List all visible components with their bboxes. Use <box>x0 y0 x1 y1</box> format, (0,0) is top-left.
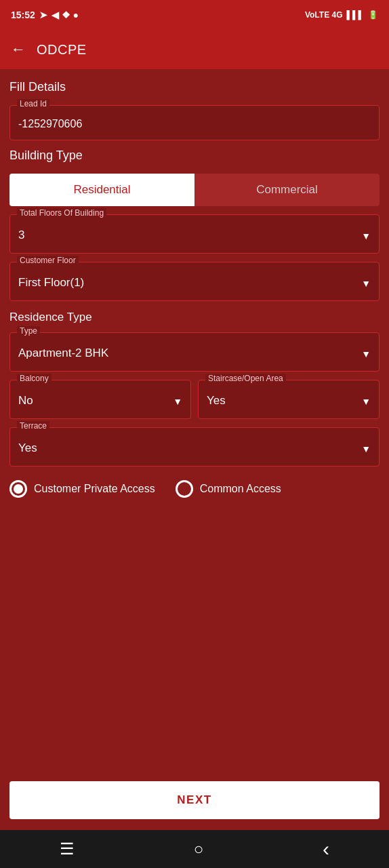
terrace-value: Yes <box>10 428 361 466</box>
total-floors-value: 3 <box>10 215 361 253</box>
customer-floor-value: First Floor(1) <box>10 262 361 300</box>
next-button[interactable]: NEXT <box>9 781 380 819</box>
customer-floor-field[interactable]: Customer Floor First Floor(1) ▼ <box>9 262 380 301</box>
terrace-field[interactable]: Terrace Yes ▼ <box>9 427 380 467</box>
type-field[interactable]: Type Apartment-2 BHK ▼ <box>9 332 380 372</box>
terrace-label: Terrace <box>17 421 49 431</box>
building-type-title: Building Type <box>9 149 380 163</box>
commercial-button[interactable]: Commercial <box>194 174 380 206</box>
next-button-container: NEXT <box>0 770 389 830</box>
total-floors-label: Total Floors Of Building <box>17 208 106 218</box>
balcony-staircase-row: Balcony No ▼ Staircase/Open Area Yes ▼ <box>9 380 380 419</box>
nav-back-icon[interactable]: ‹ <box>323 837 329 861</box>
residence-type-title: Residence Type <box>9 311 380 324</box>
customer-private-access-option[interactable]: Customer Private Access <box>9 480 155 498</box>
page-title: ODCPE <box>37 42 87 58</box>
balcony-field[interactable]: Balcony No ▼ <box>9 380 191 419</box>
nav-bar: ☰ ○ ‹ <box>0 830 389 868</box>
toolbar: ← ODCPE <box>0 30 389 69</box>
building-type-row: Residential Commercial <box>9 174 380 206</box>
network-label: VoLTE 4G <box>305 10 343 20</box>
main-content: Fill Details Lead Id -1252970606 Buildin… <box>0 69 389 770</box>
type-value: Apartment-2 BHK <box>10 333 361 371</box>
lead-id-label: Lead Id <box>17 99 49 108</box>
staircase-value: Yes <box>199 380 361 418</box>
common-access-radio[interactable] <box>176 480 193 498</box>
type-label: Type <box>17 326 40 336</box>
staircase-label: Staircase/Open Area <box>205 374 286 383</box>
menu-icon[interactable]: ☰ <box>60 840 75 859</box>
staircase-arrow-icon: ▼ <box>361 392 379 407</box>
lead-id-value: -1252970606 <box>10 106 379 140</box>
terrace-arrow-icon: ▼ <box>361 439 379 454</box>
time: 15:52 <box>11 9 35 20</box>
customer-floor-arrow-icon: ▼ <box>361 274 379 289</box>
status-left: 15:52 ➤ ◀ ❖ ● <box>11 9 79 20</box>
customer-private-label: Customer Private Access <box>34 483 155 495</box>
signal-icon: ▌▌▌ <box>346 10 364 20</box>
notification-icons: ◀ ❖ ● <box>52 9 79 20</box>
access-radio-row: Customer Private Access Common Access <box>9 475 380 503</box>
customer-private-radio-inner <box>14 484 23 494</box>
back-button[interactable]: ← <box>11 42 26 57</box>
section-title: Fill Details <box>9 80 380 94</box>
residential-button[interactable]: Residential <box>9 174 194 206</box>
battery-icon: 🔋 <box>368 10 378 20</box>
balcony-label: Balcony <box>17 374 52 383</box>
total-floors-arrow-icon: ▼ <box>361 226 379 241</box>
balcony-arrow-icon: ▼ <box>173 392 190 407</box>
home-icon[interactable]: ○ <box>194 840 204 859</box>
status-right: VoLTE 4G ▌▌▌ 🔋 <box>305 10 378 20</box>
location-icon: ➤ <box>39 9 47 20</box>
balcony-value: No <box>10 380 173 418</box>
customer-private-radio[interactable] <box>9 480 27 498</box>
common-access-option[interactable]: Common Access <box>176 480 281 498</box>
type-arrow-icon: ▼ <box>361 344 379 359</box>
lead-id-field: Lead Id -1252970606 <box>9 105 380 140</box>
staircase-field[interactable]: Staircase/Open Area Yes ▼ <box>198 380 380 419</box>
common-access-label: Common Access <box>200 483 281 495</box>
total-floors-field[interactable]: Total Floors Of Building 3 ▼ <box>9 214 380 254</box>
customer-floor-label: Customer Floor <box>17 256 79 265</box>
status-bar: 15:52 ➤ ◀ ❖ ● VoLTE 4G ▌▌▌ 🔋 <box>0 0 389 30</box>
